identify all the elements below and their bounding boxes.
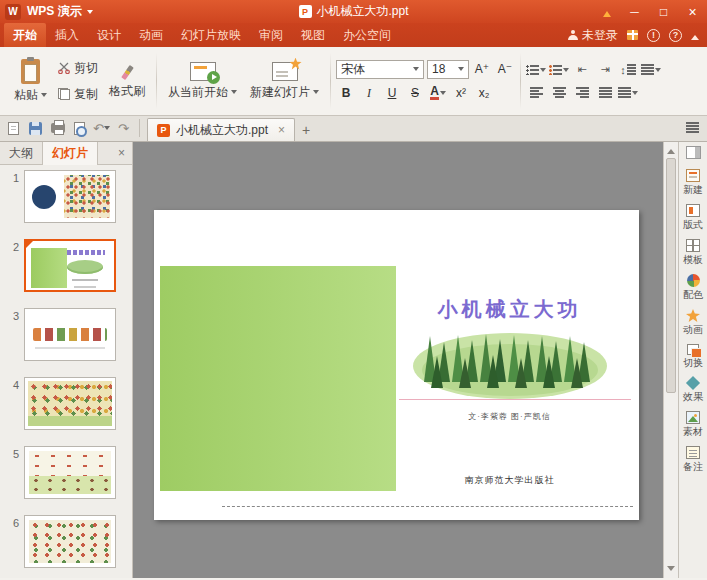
sidebar-item-animation[interactable]: 动画 (682, 309, 704, 335)
superscript-button[interactable]: x² (451, 84, 471, 103)
justify-button[interactable] (595, 84, 615, 102)
thumbnail-preview[interactable] (24, 308, 116, 361)
slides-tab[interactable]: 幻灯片 (42, 142, 98, 165)
slide-number: 1 (0, 170, 24, 223)
thumbnail-preview[interactable] (24, 515, 116, 568)
sidebar-item-transition[interactable]: 切换 (682, 344, 704, 368)
text-direction-button[interactable] (641, 61, 661, 79)
slide-thumbnail-5[interactable]: 5 (0, 446, 132, 499)
tab-office-space[interactable]: 办公空间 (334, 23, 400, 47)
copy-button[interactable]: 复制 (55, 85, 101, 104)
bold-button[interactable]: B (336, 84, 356, 103)
bullets-button[interactable] (526, 61, 546, 79)
tab-design[interactable]: 设计 (88, 23, 130, 47)
login-button[interactable]: 未登录 (568, 27, 618, 44)
new-slide-button[interactable]: 新建幻灯片 (245, 52, 324, 110)
grow-font-button[interactable]: A⁺ (472, 60, 492, 79)
new-document-button[interactable] (4, 118, 23, 138)
maximize-button[interactable]: □ (649, 0, 678, 23)
thumbnail-preview[interactable] (24, 239, 116, 292)
slide-thumbnail-2[interactable]: 2 (0, 239, 132, 292)
app-menu-button[interactable]: WPS 演示 (21, 3, 103, 20)
sidebar-item-color-scheme[interactable]: 配色 (682, 274, 704, 300)
align-center-button[interactable] (549, 84, 569, 102)
tab-insert[interactable]: 插入 (46, 23, 88, 47)
slide-thumbnail-3[interactable]: 3 (0, 308, 132, 361)
font-family-select[interactable]: 宋体 (336, 60, 424, 79)
strikethrough-button[interactable]: S (405, 84, 425, 103)
slide-title-text[interactable]: 小机械立大功 (412, 296, 607, 323)
gift-icon[interactable] (627, 30, 638, 40)
thumb-art (35, 347, 105, 349)
outline-tab[interactable]: 大纲 (0, 142, 42, 165)
thumbnail-preview[interactable] (24, 446, 116, 499)
paste-button[interactable]: 粘贴 (9, 52, 52, 110)
tab-slideshow[interactable]: 幻灯片放映 (172, 23, 250, 47)
sidebar-item-new[interactable]: 新建 (682, 169, 704, 195)
sidebar-item-effects[interactable]: 效果 (682, 377, 704, 402)
subscript-button[interactable]: x₂ (474, 84, 494, 103)
close-button[interactable]: × (678, 0, 707, 23)
slide-publisher-text[interactable]: 南京师范大学出版社 (412, 474, 607, 487)
alert-icon[interactable]: ! (647, 29, 660, 42)
slide-thumbnail-6[interactable]: 6 (0, 515, 132, 568)
slide-green-rectangle[interactable] (160, 266, 396, 491)
scroll-down-button[interactable] (664, 563, 678, 578)
sidebar-item-layout[interactable]: 版式 (682, 204, 704, 230)
upgrade-button[interactable] (594, 0, 620, 23)
distribute-button[interactable] (618, 84, 638, 102)
print-preview-button[interactable] (70, 118, 89, 138)
play-from-current-button[interactable]: 从当前开始 (163, 52, 242, 110)
italic-button[interactable]: I (359, 84, 379, 103)
redo-button[interactable]: ↷ (114, 118, 133, 138)
sidebar-item-label: 备注 (682, 461, 704, 472)
decrease-indent-button[interactable]: ⇤ (572, 61, 592, 79)
numbering-button[interactable] (549, 61, 569, 79)
underline-button[interactable]: U (382, 84, 402, 103)
shrink-font-button[interactable]: A⁻ (495, 60, 515, 79)
slide-thumbnail-4[interactable]: 4 (0, 377, 132, 430)
sidebar-item-template[interactable]: 模板 (682, 239, 704, 265)
tab-review[interactable]: 审阅 (250, 23, 292, 47)
slide-number: 2 (0, 239, 24, 292)
close-tab-icon[interactable]: × (274, 123, 285, 137)
panel-tabs: 大纲 幻灯片 × (0, 142, 132, 165)
tab-view[interactable]: 视图 (292, 23, 334, 47)
scroll-up-button[interactable] (664, 142, 678, 157)
help-icon[interactable]: ? (669, 29, 682, 42)
tab-home[interactable]: 开始 (4, 23, 46, 47)
layout-icon (686, 204, 700, 217)
thumbnail-preview[interactable] (24, 170, 116, 223)
increase-indent-button[interactable]: ⇥ (595, 61, 615, 79)
minimize-button[interactable]: ─ (620, 0, 649, 23)
font-size-select[interactable]: 18 (427, 60, 469, 79)
sidebar-item-notes[interactable]: 备注 (682, 446, 704, 472)
print-button[interactable] (48, 118, 67, 138)
line-spacing-button[interactable]: ↕ (618, 61, 638, 79)
slide-thumbnail-1[interactable]: 1 (0, 170, 132, 223)
current-slide[interactable]: 小机械立大功 (154, 210, 639, 520)
format-painter-button[interactable]: 格式刷 (104, 52, 150, 110)
panel-toggle-icon[interactable] (686, 146, 701, 159)
new-tab-button[interactable]: + (295, 118, 317, 141)
tab-animation[interactable]: 动画 (130, 23, 172, 47)
cut-button[interactable]: 剪切 (55, 59, 101, 78)
workspace-switch-button[interactable] (686, 122, 699, 136)
align-left-button[interactable] (526, 84, 546, 102)
undo-button[interactable]: ↶ (92, 118, 111, 138)
align-right-button[interactable] (572, 84, 592, 102)
print-preview-icon (74, 122, 85, 135)
sidebar-item-materials[interactable]: 素材 (682, 411, 704, 437)
collapse-ribbon-icon[interactable] (691, 31, 699, 40)
font-color-button[interactable]: A (428, 84, 448, 103)
document-tab[interactable]: P 小机械立大功.ppt × (147, 118, 295, 141)
slide-thumbnail-list: 1 2 3 4 5 (0, 165, 132, 578)
close-panel-icon[interactable]: × (111, 146, 132, 160)
thumbnail-preview[interactable] (24, 377, 116, 430)
scrollbar-thumb[interactable] (666, 158, 676, 393)
font-size-value: 18 (432, 62, 445, 76)
slide-canvas[interactable]: 小机械立大功 (133, 142, 663, 578)
save-button[interactable] (26, 118, 45, 138)
slide-credits-text[interactable]: 文·李紫蓉 图·严凯信 (412, 411, 607, 422)
vertical-scrollbar[interactable] (663, 142, 678, 578)
